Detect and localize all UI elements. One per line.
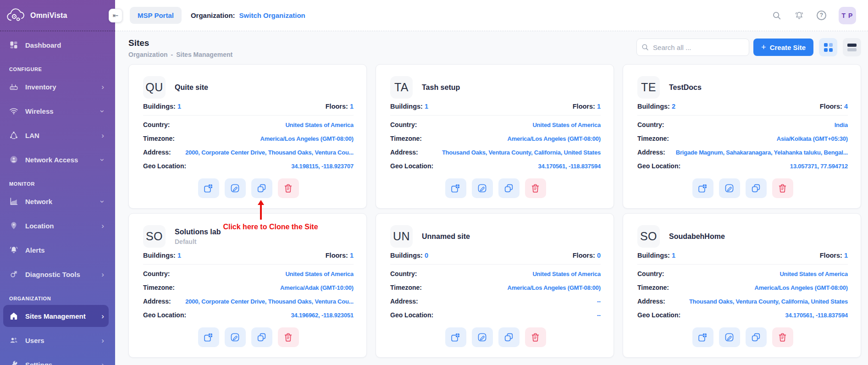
- sidebar-item-users[interactable]: Users ›: [3, 329, 109, 351]
- sidebar-item-diagnostic-tools[interactable]: Diagnostic Tools ›: [3, 263, 109, 285]
- geo-location-value[interactable]: 34.198115, -118.923707: [192, 163, 354, 170]
- sidebar-item-dashboard[interactable]: Dashboard: [3, 34, 109, 56]
- user-avatar[interactable]: T P: [839, 7, 856, 24]
- clone-site-button[interactable]: [251, 178, 272, 198]
- timezone-value[interactable]: America/Adak (GMT-10:00): [180, 284, 354, 291]
- floor-plans-button[interactable]: [198, 178, 219, 198]
- edit-site-button[interactable]: [719, 327, 740, 347]
- search-icon[interactable]: [772, 11, 782, 21]
- search-input[interactable]: [636, 39, 749, 56]
- chevron-right-icon: ›: [101, 361, 104, 365]
- clone-site-button[interactable]: [746, 327, 767, 347]
- breadcrumb-sites-management[interactable]: Sites Management: [176, 51, 232, 58]
- breadcrumb-organization[interactable]: Organization: [128, 51, 168, 58]
- floors-count[interactable]: 1: [350, 103, 354, 110]
- address-value[interactable]: --: [424, 298, 601, 305]
- edit-site-button[interactable]: [225, 327, 246, 347]
- address-value[interactable]: 2000, Corporate Center Drive, Thousand O…: [177, 298, 354, 305]
- delete-site-button[interactable]: [772, 327, 793, 347]
- country-value[interactable]: India: [669, 122, 848, 128]
- address-value[interactable]: Thousand Oaks, Ventura County, Californi…: [424, 149, 601, 156]
- sidebar-item-sites-management[interactable]: Sites Management ›: [3, 305, 109, 327]
- floors-count[interactable]: 4: [844, 103, 848, 110]
- sidebar-nav: Dashboard CONFIGURE Inventory › Wireless…: [0, 31, 115, 365]
- geo-location-value[interactable]: --: [439, 312, 601, 319]
- floor-plans-button[interactable]: [198, 327, 219, 347]
- sidebar-item-lan[interactable]: LAN ›: [3, 124, 109, 146]
- buildings-count[interactable]: 1: [672, 252, 675, 259]
- sidebar-item-network[interactable]: Network ›: [3, 190, 109, 212]
- help-icon[interactable]: ?: [817, 11, 826, 20]
- timezone-value[interactable]: Asia/Kolkata (GMT+05:30): [674, 135, 848, 142]
- chevron-right-icon: ›: [101, 337, 104, 344]
- timezone-value[interactable]: America/Los Angeles (GMT-08:00): [427, 284, 601, 291]
- floors-count[interactable]: 1: [844, 252, 848, 259]
- country-value[interactable]: United States of America: [175, 271, 354, 277]
- country-value[interactable]: United States of America: [422, 271, 601, 277]
- sidebar-item-location[interactable]: Location ›: [3, 215, 109, 237]
- address-value[interactable]: 2000, Corporate Center Drive, Thousand O…: [177, 149, 354, 156]
- edit-site-button[interactable]: [472, 178, 493, 198]
- timezone-label: Timezone:: [637, 135, 669, 142]
- floor-plans-button[interactable]: [445, 327, 466, 347]
- clone-site-button[interactable]: [251, 327, 272, 347]
- timezone-value[interactable]: America/Los Angeles (GMT-08:00): [180, 135, 354, 142]
- breadcrumb-separator: -: [171, 51, 173, 58]
- delete-site-button[interactable]: [525, 327, 546, 347]
- geo-location-value[interactable]: 13.057371, 77.594712: [686, 163, 848, 170]
- sidebar-item-alerts[interactable]: Alerts: [3, 239, 109, 261]
- floor-plans-button[interactable]: [692, 178, 713, 198]
- sidebar-item-network-access[interactable]: Network Access ›: [3, 149, 109, 171]
- clone-site-button[interactable]: [498, 178, 520, 198]
- buildings-label: Buildings:: [143, 103, 176, 110]
- content-header: Sites Organization-Sites Management + Cr…: [128, 38, 861, 58]
- geo-location-value[interactable]: 34.196962, -118.923051: [192, 312, 354, 319]
- country-value[interactable]: United States of America: [669, 271, 848, 277]
- create-site-button[interactable]: + Create Site: [753, 39, 813, 56]
- grid-view-toggle[interactable]: [819, 38, 837, 56]
- floors-count[interactable]: 0: [597, 252, 601, 259]
- buildings-count[interactable]: 1: [177, 103, 181, 110]
- address-value[interactable]: Thousand Oaks, Ventura County, Californi…: [671, 298, 848, 305]
- lan-icon: [9, 131, 18, 140]
- timezone-value[interactable]: America/Los Angeles (GMT-08:00): [427, 135, 601, 142]
- edit-site-button[interactable]: [719, 178, 740, 198]
- edit-site-button[interactable]: [225, 178, 246, 198]
- sidebar-item-inventory[interactable]: Inventory ›: [3, 76, 109, 98]
- site-card-unnamed-site: UN Unnamed site Buildings: 0 Floors: 0 C…: [376, 213, 614, 358]
- country-value[interactable]: United States of America: [422, 122, 601, 128]
- delete-site-button[interactable]: [278, 178, 299, 198]
- sidebar-item-wireless[interactable]: Wireless ›: [3, 100, 109, 122]
- clone-site-button[interactable]: [498, 327, 520, 347]
- floor-plans-button[interactable]: [692, 327, 713, 347]
- floors-count[interactable]: 1: [350, 252, 354, 259]
- country-value[interactable]: United States of America: [175, 122, 354, 128]
- switch-organization-link[interactable]: Switch Organization: [239, 11, 305, 19]
- msp-portal-badge[interactable]: MSP Portal: [130, 7, 182, 24]
- buildings-count[interactable]: 0: [425, 252, 428, 259]
- floors-label: Floors:: [326, 103, 348, 110]
- buildings-count[interactable]: 2: [672, 103, 675, 110]
- sidebar-item-settings[interactable]: Settings ›: [3, 354, 109, 365]
- buildings-count[interactable]: 1: [177, 252, 181, 259]
- floors-count[interactable]: 1: [597, 103, 601, 110]
- notifications-bell-icon[interactable]: [794, 11, 804, 21]
- buildings-count[interactable]: 1: [425, 103, 428, 110]
- geo-location-value[interactable]: 34.170561, -118.837594: [686, 312, 848, 319]
- trash-icon: [777, 183, 788, 194]
- address-value[interactable]: Brigade Magnum, Sahakaranagara, Yelahank…: [671, 149, 848, 156]
- clone-icon: [751, 332, 761, 343]
- geo-location-value[interactable]: 34.170561, -118.837594: [439, 163, 601, 170]
- clone-site-button[interactable]: [746, 178, 767, 198]
- floor-plans-button[interactable]: [445, 178, 466, 198]
- delete-site-button[interactable]: [525, 178, 546, 198]
- page-title: Sites: [128, 38, 232, 48]
- list-view-toggle[interactable]: [843, 38, 861, 56]
- sidebar-collapse-button[interactable]: ⇤: [109, 9, 122, 22]
- edit-site-button[interactable]: [472, 327, 493, 347]
- site-card-tash-setup: TA Tash setup Buildings: 1 Floors: 1 Cou…: [376, 64, 614, 209]
- delete-site-button[interactable]: [278, 327, 299, 347]
- delete-site-button[interactable]: [772, 178, 793, 198]
- timezone-value[interactable]: America/Los Angeles (GMT-08:00): [674, 284, 848, 291]
- address-label: Address:: [637, 298, 665, 305]
